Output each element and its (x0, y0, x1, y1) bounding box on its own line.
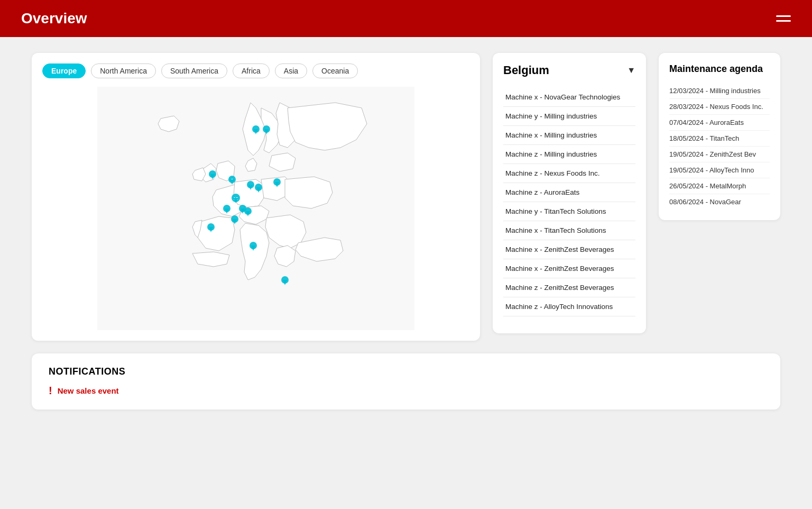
notifications-title: NOTIFICATIONS (49, 366, 763, 377)
tab-asia[interactable]: Asia (275, 63, 307, 78)
list-item[interactable]: Machine x - TitanTech Solutions (503, 221, 635, 240)
list-item: 19/05/2024 - ZenithZest Bev (669, 147, 770, 162)
list-item[interactable]: Machine z - Milling industries (503, 145, 635, 164)
tab-oceania[interactable]: Oceania (312, 63, 358, 78)
list-item[interactable]: Machine z - MetalMorph (503, 316, 635, 323)
list-item: 12/03/2024 - Milling industries (669, 83, 770, 99)
list-item: 08/06/2024 - NovaGear (669, 194, 770, 210)
list-item: 19/05/2024 - AlloyTech Inno (669, 162, 770, 178)
belgium-dropdown-arrow[interactable]: ▼ (627, 66, 635, 75)
page-title: Overview (21, 10, 87, 27)
top-row: Europe North America South America Afric… (32, 53, 780, 341)
map-svg: 12 2 • (42, 87, 469, 330)
list-item: 07/04/2024 - AuroraEats (669, 115, 770, 131)
list-item[interactable]: Machine x - NovaGear Technologies (503, 88, 635, 107)
list-item[interactable]: Machine x - Milling industries (503, 126, 635, 145)
app-header: Overview (0, 0, 812, 37)
list-item[interactable]: Machine y - TitanTech Solutions (503, 202, 635, 221)
notification-text: New sales event (58, 386, 119, 395)
maintenance-title: Maintenance agenda (669, 63, 770, 75)
main-content: Europe North America South America Afric… (0, 37, 812, 425)
notification-icon: ! (49, 385, 52, 397)
maintenance-list: 12/03/2024 - Milling industries28/03/202… (669, 83, 770, 210)
tab-north-america[interactable]: North America (91, 63, 156, 78)
list-item[interactable]: Machine x - ZenithZest Beverages (503, 240, 635, 259)
list-item[interactable]: Machine y - Milling industries (503, 107, 635, 126)
europe-map: 12 2 • (42, 87, 469, 330)
tab-south-america[interactable]: South America (161, 63, 227, 78)
list-item[interactable]: Machine z - AlloyTech Innovations (503, 297, 635, 316)
list-item[interactable]: Machine x - ZenithZest Beverages (503, 259, 635, 278)
tab-africa[interactable]: Africa (233, 63, 270, 78)
list-item[interactable]: Machine z - AuroraEats (503, 183, 635, 202)
maintenance-card: Maintenance agenda 12/03/2024 - Milling … (659, 53, 780, 220)
list-item[interactable]: Machine z - ZenithZest Beverages (503, 278, 635, 297)
hamburger-menu[interactable] (776, 15, 791, 22)
notifications-card: NOTIFICATIONS ! New sales event (32, 353, 780, 410)
belgium-header: Belgium ▼ (503, 63, 635, 81)
belgium-machine-list: Machine x - NovaGear TechnologiesMachine… (503, 88, 635, 323)
hamburger-line-2 (776, 20, 791, 22)
list-item: 18/05/2024 - TitanTech (669, 131, 770, 147)
tab-europe[interactable]: Europe (42, 63, 86, 78)
map-card: Europe North America South America Afric… (32, 53, 480, 341)
notification-item-1[interactable]: ! New sales event (49, 385, 763, 397)
region-tabs: Europe North America South America Afric… (42, 63, 469, 78)
belgium-label: Belgium (503, 63, 549, 77)
hamburger-line-1 (776, 15, 791, 17)
list-item[interactable]: Machine z - Nexus Foods Inc. (503, 164, 635, 183)
list-item: 26/05/2024 - MetalMorph (669, 178, 770, 194)
belgium-card: Belgium ▼ Machine x - NovaGear Technolog… (493, 53, 646, 333)
list-item: 28/03/2024 - Nexus Foods Inc. (669, 99, 770, 115)
